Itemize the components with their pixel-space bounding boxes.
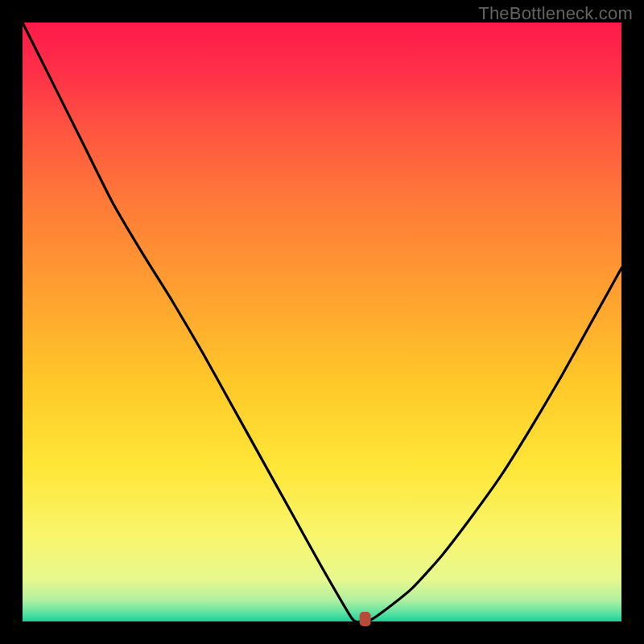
- plot-background: [23, 23, 621, 621]
- watermark-label: TheBottleneck.com: [478, 3, 633, 24]
- chart-frame: TheBottleneck.com: [0, 0, 644, 644]
- bottleneck-chart: [0, 0, 644, 644]
- optimal-point-marker: [360, 612, 371, 626]
